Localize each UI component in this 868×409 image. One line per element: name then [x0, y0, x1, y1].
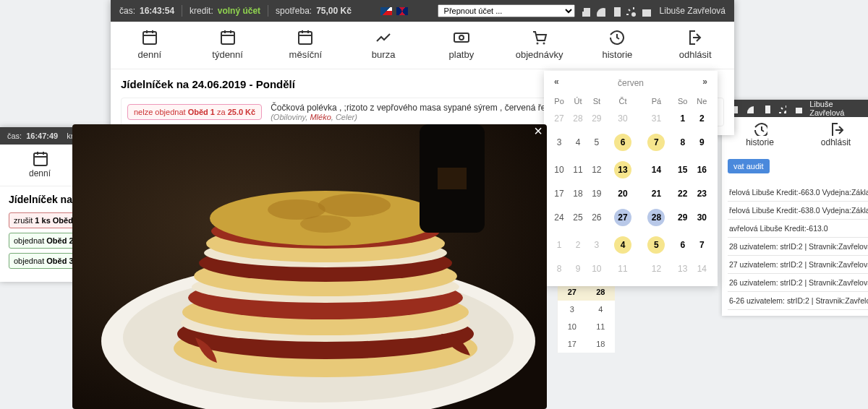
calendar-day[interactable]: 29 [587, 108, 606, 129]
calendar-day[interactable]: 30 [692, 204, 712, 231]
log-row: 27 uzivatelem: strID:2 | Stravnik:Zavřel… [728, 256, 868, 274]
audit-body: vat audit řelová Libuše Kredit:-663.0 Vy… [722, 153, 868, 316]
calendar-day[interactable]: 9 [692, 129, 712, 156]
calendar-day[interactable]: 16 [692, 156, 712, 184]
calendar-day[interactable]: 20 [606, 184, 639, 204]
nav-odhlasit[interactable]: odhlásit [798, 117, 868, 153]
nav-objednavky[interactable]: objednávky [501, 22, 579, 69]
calendar-day[interactable]: 17 [550, 184, 569, 204]
nav-historie[interactable]: historie [579, 22, 657, 69]
spend-label: spotřeba: [276, 6, 312, 16]
gear-icon[interactable] [625, 6, 636, 17]
close-icon[interactable]: × [534, 123, 542, 139]
gear-icon[interactable] [778, 104, 786, 113]
file-icon[interactable] [761, 104, 770, 113]
info-icon[interactable] [745, 104, 754, 113]
log-row: 6-26 uzivatelem: strID:2 | Stravnik:Zavř… [728, 292, 868, 310]
calendar-day[interactable]: 14 [692, 259, 712, 279]
print-icon[interactable] [579, 6, 590, 17]
nav-tydenni[interactable]: týdenní [189, 22, 267, 69]
calendar-day[interactable]: 3 [587, 231, 606, 259]
nav-platby[interactable]: platby [422, 22, 501, 69]
calendar-day[interactable]: 27 [606, 204, 639, 231]
calendar-day[interactable]: 2 [692, 108, 712, 129]
calendar-day[interactable]: 22 [673, 184, 692, 204]
food-photo-overlay: × [72, 124, 547, 409]
next-month-icon[interactable]: » [702, 77, 707, 87]
log-row: řelová Libuše Kredit:-638.0 Vydejna:Zákl… [728, 202, 868, 220]
time-label: čas: [119, 6, 135, 16]
order-status-pill: nelze objednat Oběd 1 za 25.0 Kč [127, 104, 262, 120]
calendar-day[interactable]: 28 [569, 108, 587, 129]
time-value: 16:47:49 [26, 132, 58, 140]
svg-point-19 [300, 215, 351, 233]
calendar-day[interactable]: 25 [569, 204, 587, 231]
log-row: řelová Libuše Kredit:-663.0 Vydejna:Zákl… [728, 184, 868, 202]
calendar-day[interactable]: 12 [639, 259, 673, 279]
calendar-day[interactable]: 13 [606, 156, 639, 184]
topbar: Libuše Zavřelová [722, 100, 868, 117]
mail-icon[interactable] [640, 6, 651, 17]
calendar-day[interactable]: 10 [550, 156, 569, 184]
calendar-day[interactable]: 8 [550, 259, 569, 279]
calendar-day[interactable]: 13 [673, 259, 692, 279]
nav-odhlasit[interactable]: odhlásit [656, 22, 734, 69]
nav: historie odhlásit [722, 117, 868, 153]
nav-denni[interactable]: denní [0, 145, 80, 186]
calendar-day[interactable]: 4 [569, 129, 587, 156]
food-illustration [72, 124, 547, 409]
calendar-day[interactable]: 9 [569, 259, 587, 279]
calendar-day[interactable]: 12 [587, 156, 606, 184]
account-switch-select[interactable]: Přepnout účet ... [438, 4, 575, 17]
time-value: 16:43:54 [140, 6, 174, 16]
calendar-day[interactable]: 18 [569, 184, 587, 204]
topbar: čas: 16:43:54 kredit: volný účet spotřeb… [111, 0, 734, 22]
calendar-day[interactable]: 7 [639, 129, 673, 156]
nav-denni[interactable]: denní [111, 22, 189, 69]
main-nav: denní týdenní měsíční burza platby objed… [111, 22, 734, 69]
prev-month-icon[interactable]: « [554, 77, 559, 87]
flag-cz-icon[interactable] [380, 7, 392, 15]
user-name[interactable]: Libuše Zavřelová [809, 100, 867, 117]
calendar-day[interactable]: 7 [692, 231, 712, 259]
calendar-day[interactable]: 19 [587, 184, 606, 204]
calendar-day[interactable]: 14 [639, 156, 673, 184]
svg-point-18 [318, 194, 391, 217]
audit-button[interactable]: vat audit [728, 159, 770, 173]
calendar-day[interactable]: 28 [639, 204, 673, 231]
calendar-day[interactable]: 11 [569, 156, 587, 184]
calendar-day[interactable]: 5 [639, 231, 673, 259]
calendar-day[interactable]: 11 [606, 259, 639, 279]
calendar-day[interactable]: 24 [550, 204, 569, 231]
calendar-day[interactable]: 4 [606, 231, 639, 259]
nav-mesicni[interactable]: měsíční [267, 22, 345, 69]
log-row: 28 uzivatelem: strID:2 | Stravnik:Zavřel… [728, 238, 868, 256]
flag-en-icon[interactable] [396, 7, 408, 15]
calendar-day[interactable]: 5 [587, 129, 606, 156]
calendar-day[interactable]: 29 [673, 204, 692, 231]
credit-value: volný účet [218, 6, 260, 16]
calendar-day[interactable]: 30 [606, 108, 639, 129]
user-name[interactable]: Libuše Zavřelová [660, 6, 726, 16]
calendar-popup: « červen » PoÚtStČtPáSoNe 27282930311234… [544, 71, 718, 286]
spend-value: 75,00 Kč [316, 6, 352, 16]
calendar-day[interactable]: 2 [569, 231, 587, 259]
file-icon[interactable] [610, 6, 621, 17]
info-icon[interactable] [595, 6, 605, 17]
calendar-day[interactable]: 10 [587, 259, 606, 279]
calendar-day[interactable]: 8 [673, 129, 692, 156]
calendar-day[interactable]: 26 [587, 204, 606, 231]
calendar-day[interactable]: 6 [606, 129, 639, 156]
calendar-day[interactable]: 31 [639, 108, 673, 129]
calendar-day[interactable]: 21 [639, 184, 673, 204]
calendar-day[interactable]: 15 [673, 156, 692, 184]
calendar-day[interactable]: 3 [550, 129, 569, 156]
mail-icon[interactable] [793, 104, 802, 113]
nav-burza[interactable]: burza [344, 22, 422, 69]
calendar-day[interactable]: 27 [550, 108, 569, 129]
time-label: čas: [7, 132, 22, 140]
calendar-day[interactable]: 1 [673, 108, 692, 129]
calendar-day[interactable]: 23 [692, 184, 712, 204]
calendar-day[interactable]: 1 [550, 231, 569, 259]
calendar-day[interactable]: 6 [673, 231, 692, 259]
